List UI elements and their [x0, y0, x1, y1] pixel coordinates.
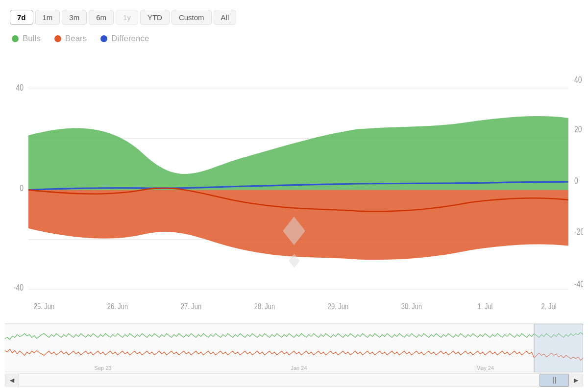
svg-text:28. Jun: 28. Jun — [254, 302, 275, 311]
navigator-svg: Sep 23 Jan 24 May 24 — [5, 324, 583, 372]
time-range-button-ytd[interactable]: YTD — [140, 10, 170, 25]
thumb-grip-line — [553, 377, 554, 384]
time-range-button-1y: 1y — [116, 10, 138, 25]
svg-text:27. Jun: 27. Jun — [181, 302, 202, 311]
svg-text:◆: ◆ — [283, 207, 305, 249]
scroll-left-button[interactable]: ◀ — [5, 373, 19, 387]
navigator-chart: Sep 23 Jan 24 May 24 — [5, 323, 583, 372]
svg-text:40: 40 — [16, 83, 24, 93]
legend-dot-bears — [54, 35, 61, 42]
time-range-button-6m[interactable]: 6m — [89, 10, 114, 25]
scroll-right-button[interactable]: ▶ — [569, 373, 583, 387]
svg-text:◆: ◆ — [289, 249, 300, 270]
svg-text:2. Jul: 2. Jul — [541, 302, 556, 311]
svg-text:-20: -20 — [574, 227, 583, 236]
legend-dot-difference — [100, 35, 107, 42]
svg-text:-40: -40 — [574, 280, 583, 289]
time-range-button-custom[interactable]: Custom — [172, 10, 212, 25]
legend-label-bulls: Bulls — [23, 34, 41, 44]
svg-text:-40: -40 — [14, 283, 24, 292]
chart-wrapper: 40 0 -40 40 20 0 -20 -40 — [5, 49, 583, 387]
scrollbar[interactable]: ◀ ▶ — [5, 373, 583, 387]
time-range-button-7d[interactable]: 7d — [10, 10, 33, 25]
time-range-button-3m[interactable]: 3m — [62, 10, 87, 25]
chart-legend: BullsBearsDifference — [5, 34, 583, 44]
legend-item-bears: Bears — [54, 34, 87, 44]
svg-text:Jan 24: Jan 24 — [291, 365, 307, 371]
main-chart-svg: 40 0 -40 40 20 0 -20 -40 — [5, 49, 583, 321]
main-chart: 40 0 -40 40 20 0 -20 -40 — [5, 49, 583, 321]
legend-item-difference: Difference — [100, 34, 149, 44]
scrollbar-track[interactable] — [19, 374, 569, 387]
svg-text:0: 0 — [574, 176, 578, 185]
svg-text:25. Jun: 25. Jun — [34, 302, 55, 311]
svg-text:May 24: May 24 — [476, 365, 494, 371]
legend-dot-bulls — [12, 35, 19, 42]
scrollbar-thumb[interactable] — [539, 374, 569, 387]
thumb-grip-line — [555, 377, 556, 384]
time-range-button-all[interactable]: All — [214, 10, 237, 25]
svg-text:20: 20 — [574, 124, 582, 134]
svg-text:Sep 23: Sep 23 — [95, 365, 112, 371]
svg-text:40: 40 — [574, 75, 582, 84]
svg-text:1. Jul: 1. Jul — [477, 302, 492, 311]
main-container: 7d1m3m6m1yYTDCustomAll BullsBearsDiffere… — [0, 0, 588, 392]
time-range-button-1m[interactable]: 1m — [35, 10, 60, 25]
svg-text:26. Jun: 26. Jun — [107, 302, 128, 311]
legend-label-difference: Difference — [111, 34, 149, 44]
time-range-bar: 7d1m3m6m1yYTDCustomAll — [5, 10, 583, 25]
svg-text:29. Jun: 29. Jun — [328, 302, 349, 311]
legend-label-bears: Bears — [65, 34, 87, 44]
legend-item-bulls: Bulls — [12, 34, 41, 44]
svg-text:30. Jun: 30. Jun — [401, 302, 422, 311]
svg-text:0: 0 — [20, 184, 24, 193]
svg-rect-27 — [534, 324, 583, 372]
